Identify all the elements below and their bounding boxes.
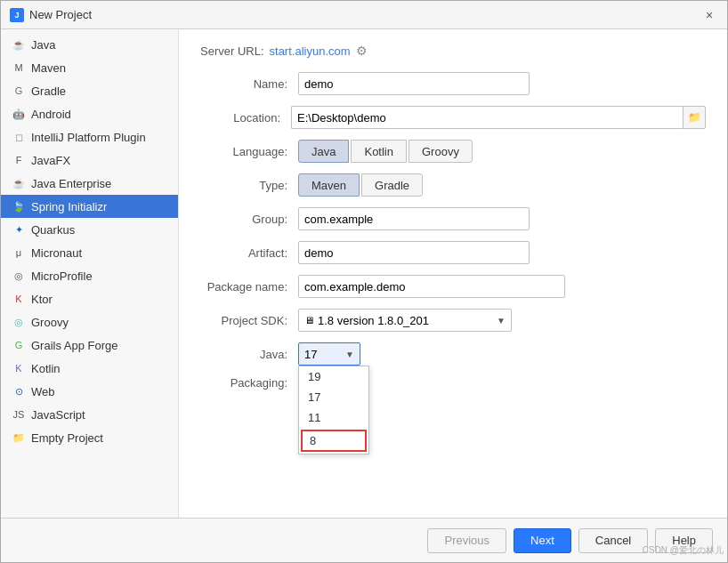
- artifact-input[interactable]: [298, 241, 530, 264]
- sidebar-label-java: Java: [31, 38, 55, 52]
- previous-button[interactable]: Previous: [427, 528, 506, 553]
- language-java-button[interactable]: Java: [298, 140, 349, 163]
- sidebar-label-android: Android: [31, 108, 71, 121]
- footer: Previous Next Cancel Help: [1, 518, 727, 562]
- sidebar-item-micronaut[interactable]: μMicronaut: [1, 241, 178, 264]
- sdk-icon: 🖥: [304, 315, 314, 326]
- sidebar-item-microprofile[interactable]: ◎MicroProfile: [1, 264, 178, 287]
- artifact-row: Artifact:: [200, 241, 706, 264]
- title-bar-left: J New Project: [10, 8, 92, 22]
- group-input[interactable]: [298, 207, 530, 230]
- sidebar-label-micronaut: Micronaut: [31, 246, 82, 260]
- settings-icon[interactable]: ⚙: [356, 44, 368, 58]
- java-select[interactable]: 17 ▼: [298, 342, 360, 366]
- location-row-inner: 📁: [291, 106, 706, 129]
- java-label: Java:: [200, 348, 298, 361]
- language-groovy-button[interactable]: Groovy: [408, 140, 473, 163]
- sidebar-item-android[interactable]: 🤖Android: [1, 102, 178, 125]
- sidebar-label-empty: Empty Project: [31, 431, 103, 445]
- main-panel: Server URL: start.aliyun.com ⚙ Name: Loc…: [179, 29, 727, 518]
- language-label: Language:: [200, 145, 298, 158]
- sdk-value: 1.8 version 1.8.0_201: [318, 314, 429, 327]
- title-bar: J New Project ×: [1, 1, 727, 29]
- language-toggle-group: Java Kotlin Groovy: [298, 140, 473, 163]
- server-url-link[interactable]: start.aliyun.com: [270, 44, 351, 58]
- sidebar-item-ktor[interactable]: KKtor: [1, 287, 178, 310]
- groovy-icon: ◎: [12, 315, 26, 329]
- kotlin-icon: K: [12, 361, 26, 375]
- package-row: Package name:: [200, 275, 706, 298]
- quarkus-icon: ✦: [12, 222, 26, 237]
- sidebar-item-spring[interactable]: 🍃Spring Initializr: [1, 195, 178, 218]
- type-gradle-button[interactable]: Gradle: [361, 173, 423, 197]
- java-option-8[interactable]: 8: [301, 430, 367, 452]
- watermark: CSDN @爱北の林儿: [643, 544, 724, 557]
- sidebar-item-grails[interactable]: GGrails App Forge: [1, 334, 178, 357]
- dialog-icon: J: [10, 8, 24, 22]
- maven-icon: M: [12, 60, 26, 75]
- java-option-11[interactable]: 11: [299, 407, 368, 428]
- browse-button[interactable]: 📁: [683, 106, 706, 129]
- location-row: Location: 📁: [200, 106, 706, 129]
- sidebar-item-gradle[interactable]: GGradle: [1, 79, 178, 102]
- java-icon: ☕: [12, 37, 26, 52]
- sidebar-label-grails: Grails App Forge: [31, 339, 118, 352]
- group-row: Group:: [200, 207, 706, 230]
- intellij-icon: ◻: [12, 130, 26, 144]
- microprofile-icon: ◎: [12, 269, 26, 283]
- sidebar-label-javascript: JavaScript: [31, 408, 85, 422]
- java-dropdown-container: 17 ▼ 19 17 11 8: [298, 342, 360, 366]
- name-row: Name:: [200, 72, 706, 95]
- close-button[interactable]: ×: [700, 6, 718, 24]
- sidebar-item-empty[interactable]: 📁Empty Project: [1, 426, 178, 449]
- sdk-label: Project SDK:: [200, 314, 298, 327]
- sidebar-item-javafx[interactable]: FJavaFX: [1, 149, 178, 172]
- sidebar-item-maven[interactable]: MMaven: [1, 56, 178, 79]
- dialog-title: New Project: [29, 8, 92, 21]
- sidebar-item-kotlin[interactable]: KKotlin: [1, 357, 178, 380]
- java-dropdown-menu: 19 17 11 8: [298, 366, 369, 454]
- next-button[interactable]: Next: [514, 528, 571, 553]
- package-input[interactable]: [298, 275, 565, 298]
- enterprise-icon: ☕: [12, 176, 26, 190]
- sidebar-label-javafx: JavaFX: [31, 154, 70, 167]
- sidebar-item-groovy[interactable]: ◎Groovy: [1, 310, 178, 334]
- type-maven-button[interactable]: Maven: [298, 173, 360, 197]
- sidebar-item-javascript[interactable]: JSJavaScript: [1, 403, 178, 426]
- sidebar-item-enterprise[interactable]: ☕Java Enterprise: [1, 172, 178, 195]
- sidebar-label-quarkus: Quarkus: [31, 223, 75, 237]
- java-dropdown-arrow-icon: ▼: [345, 350, 354, 359]
- artifact-label: Artifact:: [200, 246, 298, 260]
- spring-icon: 🍃: [12, 199, 26, 213]
- sidebar-item-quarkus[interactable]: ✦Quarkus: [1, 218, 178, 241]
- language-row: Language: Java Kotlin Groovy: [200, 140, 706, 163]
- sidebar-item-java[interactable]: ☕Java: [1, 33, 178, 56]
- name-label: Name:: [200, 77, 298, 91]
- package-label: Package name:: [200, 280, 298, 294]
- server-url-row: Server URL: start.aliyun.com ⚙: [200, 44, 706, 58]
- sidebar-item-web[interactable]: ⊙Web: [1, 380, 178, 403]
- packaging-row: Packaging:: [200, 376, 706, 390]
- sidebar-item-intellij[interactable]: ◻IntelliJ Platform Plugin: [1, 125, 178, 149]
- dialog-content: ☕JavaMMavenGGradle🤖Android◻IntelliJ Plat…: [1, 29, 727, 518]
- new-project-dialog: J New Project × ☕JavaMMavenGGradle🤖Andro…: [0, 0, 728, 563]
- sidebar-label-kotlin: Kotlin: [31, 362, 61, 375]
- location-label: Location:: [200, 111, 291, 125]
- type-row: Type: Maven Gradle: [200, 173, 706, 197]
- java-value: 17: [304, 348, 317, 361]
- server-url-label: Server URL:: [200, 44, 264, 58]
- java-option-17[interactable]: 17: [299, 387, 368, 407]
- group-label: Group:: [200, 213, 298, 226]
- android-icon: 🤖: [12, 107, 26, 121]
- location-input[interactable]: [291, 106, 683, 129]
- web-icon: ⊙: [12, 384, 26, 398]
- java-option-19[interactable]: 19: [299, 366, 368, 387]
- sdk-select[interactable]: 🖥 1.8 version 1.8.0_201 ▼: [298, 309, 512, 332]
- type-toggle-group: Maven Gradle: [298, 173, 423, 197]
- cancel-button[interactable]: Cancel: [578, 528, 648, 553]
- sidebar-label-spring: Spring Initializr: [31, 200, 107, 213]
- language-kotlin-button[interactable]: Kotlin: [351, 140, 407, 163]
- packaging-label: Packaging:: [200, 376, 298, 390]
- name-input[interactable]: [298, 72, 530, 95]
- ktor-icon: K: [12, 292, 26, 306]
